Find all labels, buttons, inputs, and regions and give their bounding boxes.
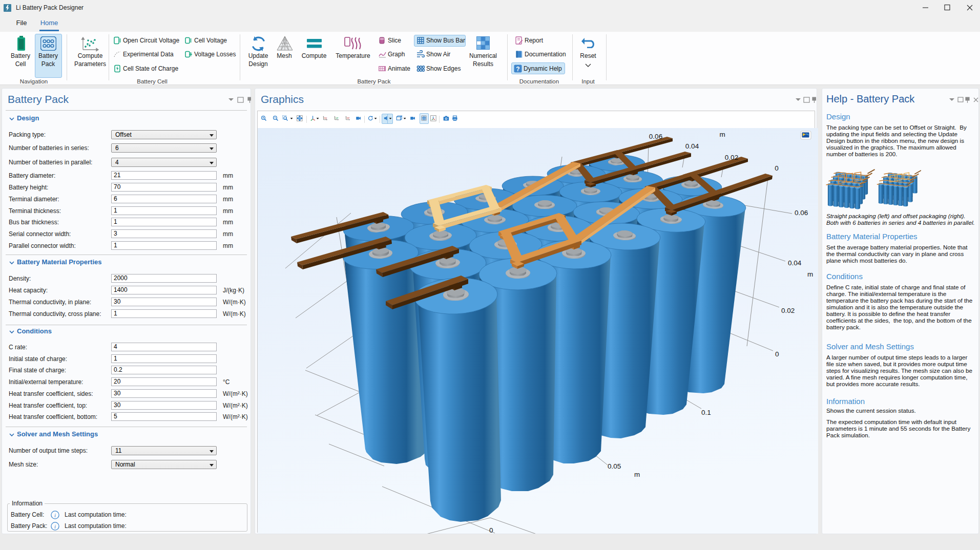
svg-text:i: i [54, 523, 56, 530]
svg-text:0.05: 0.05 [608, 462, 621, 470]
svg-text:0: 0 [775, 350, 779, 358]
svg-text:xz: xz [347, 116, 350, 119]
svg-text:m: m [807, 270, 813, 278]
svg-text:?: ? [516, 66, 519, 73]
svg-text:0.02: 0.02 [725, 154, 738, 161]
svg-text:0.04: 0.04 [685, 142, 699, 150]
svg-text:0.06: 0.06 [649, 133, 662, 140]
svg-text:xy: xy [324, 116, 327, 119]
svg-text:0.06: 0.06 [795, 209, 808, 217]
svg-text:0: 0 [489, 526, 493, 534]
svg-text:yz: yz [336, 116, 339, 119]
svg-text:m: m [634, 471, 640, 478]
svg-text:0.02: 0.02 [781, 307, 795, 314]
svg-text:m: m [719, 131, 725, 138]
svg-text:0: 0 [775, 164, 779, 172]
svg-text:0.1: 0.1 [701, 409, 711, 416]
svg-text:i: i [54, 512, 56, 518]
svg-text:0.04: 0.04 [788, 259, 802, 267]
